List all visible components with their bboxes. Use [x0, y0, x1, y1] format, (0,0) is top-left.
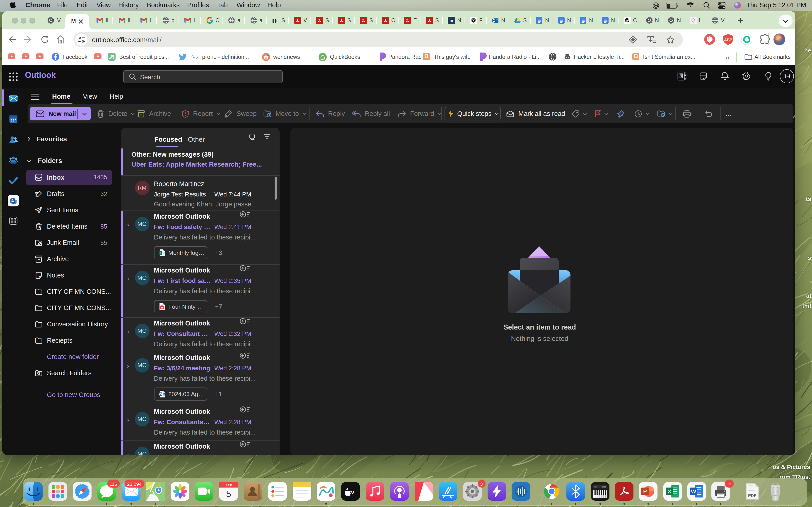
- svg-text:SEP: SEP: [225, 484, 232, 487]
- svg-text:X: X: [667, 489, 671, 495]
- svg-text:W: W: [159, 392, 162, 396]
- svg-text:m: m: [450, 18, 453, 23]
- svg-text:5: 5: [226, 489, 231, 499]
- svg-text:∿𝑥: ∿𝑥: [191, 54, 199, 61]
- svg-text:P: P: [643, 489, 647, 495]
- svg-text:ABP: ABP: [724, 38, 732, 42]
- svg-text:N: N: [679, 74, 682, 78]
- svg-text:X: X: [159, 251, 161, 255]
- svg-text:W: W: [691, 489, 696, 495]
- svg-text:PDF: PDF: [748, 494, 756, 498]
